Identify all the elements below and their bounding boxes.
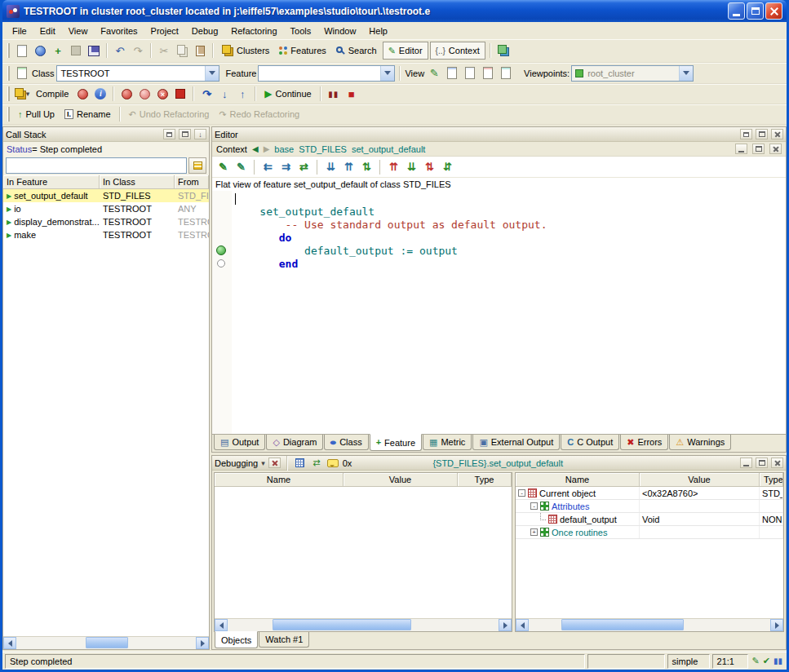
tab-errors[interactable]: ✖Errors (620, 435, 668, 450)
clusters-button[interactable]: Clusters (218, 42, 273, 60)
class-combobox[interactable]: TESTROOT (56, 65, 219, 82)
menu-item-edit[interactable]: Edit (33, 24, 62, 38)
menu-item-file[interactable]: File (6, 24, 33, 38)
call-stack-hscrollbar[interactable] (3, 636, 209, 649)
stack-depth-button[interactable] (188, 157, 206, 174)
pull-up-button[interactable]: ↑Pull Up (14, 105, 59, 123)
object-grid-button[interactable] (294, 457, 307, 470)
ancestors-icon[interactable]: ⇈ (386, 159, 401, 175)
run-ignoring-breakpoints-button[interactable] (136, 86, 153, 102)
viewpoints-combobox-dropdown[interactable] (679, 66, 693, 81)
breadcrumb-cluster[interactable]: base (274, 144, 294, 154)
add-class-button[interactable]: + (50, 42, 66, 59)
object-tree-row[interactable]: -Current object <0x32A8760> STD_FILES (516, 487, 783, 500)
redo-refactoring-button[interactable]: ↷Redo Refactoring (215, 105, 304, 123)
breadcrumb-class[interactable]: STD_FILES (299, 144, 347, 154)
toolbar-grip[interactable] (7, 86, 10, 101)
column-header-type[interactable]: Type (458, 473, 512, 487)
run-button[interactable] (118, 86, 135, 102)
object-tree-row[interactable]: default_output Void NONE (516, 513, 783, 526)
code-editor[interactable]: set_output_default -- Use standard outpu… (232, 191, 786, 434)
objects-grid-hscrollbar[interactable] (516, 618, 783, 631)
collapse-icon[interactable]: - (518, 489, 525, 497)
object-tree-row[interactable]: -Attributes (516, 500, 783, 513)
class-combobox-dropdown[interactable] (205, 66, 219, 81)
titlebar[interactable]: TESTROOT in cluster root_cluster located… (2, 0, 787, 22)
toolbar-grip[interactable] (7, 43, 10, 58)
view-interface-button[interactable] (498, 65, 514, 82)
debugging-menu-dropdown[interactable]: ▾ (261, 459, 265, 467)
execution-marker-icon[interactable] (216, 245, 226, 255)
toolbar-grip[interactable] (7, 107, 10, 122)
viewpoints-combobox[interactable]: root_cluster (571, 65, 694, 82)
menu-item-window[interactable]: Window (317, 24, 362, 38)
save-all-button[interactable] (86, 42, 102, 59)
object-tree-row[interactable]: +Once routines (516, 526, 783, 539)
rename-button[interactable]: I.Rename (60, 105, 115, 123)
features-button[interactable]: Features (275, 42, 330, 60)
watch-grid-body[interactable] (215, 487, 512, 618)
assigners-icon[interactable]: ⇉ (278, 159, 294, 175)
tab-external-output[interactable]: ▣External Output (472, 435, 560, 450)
column-header-value[interactable]: Value (640, 473, 760, 487)
step-out-button[interactable]: ↑ (234, 86, 250, 102)
minimize-pane-button[interactable] (735, 144, 747, 154)
scroll-track[interactable] (228, 619, 499, 631)
tab-feature[interactable]: +Feature (370, 434, 422, 451)
column-header-name[interactable]: Name (516, 473, 640, 487)
menu-item-help[interactable]: Help (362, 24, 394, 38)
history-back-button[interactable]: ◀ (252, 144, 259, 153)
dock-pane-button[interactable]: ↓ (194, 129, 206, 139)
call-stack-row[interactable]: ▶make TESTROOT TESTROOT (3, 228, 209, 241)
debugging-header[interactable]: Debugging ▾ ⇄ 0x {STD_FILES}.set_output_… (212, 456, 786, 471)
edit-class-icon[interactable]: ✎ (233, 159, 249, 175)
close-debug-toolbar-button[interactable] (268, 458, 281, 468)
stop-application-button[interactable]: × (154, 86, 171, 102)
paste-button[interactable] (192, 42, 208, 59)
collapse-icon[interactable]: - (530, 502, 538, 510)
feature-combobox-dropdown[interactable] (380, 66, 394, 81)
call-stack-row[interactable]: ▶io TESTROOT ANY (3, 202, 209, 215)
scroll-left-button[interactable] (516, 619, 529, 631)
column-header-in-feature[interactable]: In Feature (3, 175, 100, 189)
step-over-button[interactable]: ↷ (198, 86, 215, 102)
new-window-button[interactable] (14, 42, 30, 59)
creations-icon[interactable]: ⇅ (359, 159, 375, 175)
compile-menu-button[interactable]: ▾ (14, 86, 30, 102)
tab-c-output[interactable]: CC Output (561, 435, 619, 450)
tab-objects[interactable]: Objects (215, 631, 258, 648)
status-panels-icon[interactable]: ▮▮ (773, 657, 782, 665)
menu-item-favorites[interactable]: Favorites (94, 24, 144, 38)
call-stack-row[interactable]: ▶display_demonstrat... TESTROOT TESTROOT (3, 215, 209, 228)
stop-button[interactable]: ■ (344, 86, 360, 102)
callees-icon[interactable]: ⇊ (323, 159, 339, 175)
float-pane-button[interactable] (163, 129, 175, 139)
call-stack-filter-input[interactable] (6, 157, 187, 174)
column-header-value[interactable]: Value (344, 473, 458, 487)
exchange-button[interactable]: ⇄ (310, 457, 323, 470)
scroll-thumb[interactable] (273, 619, 411, 630)
open-new-window-button[interactable] (495, 42, 512, 59)
tab-diagram[interactable]: ◇Diagram (266, 435, 323, 450)
scroll-thumb[interactable] (561, 619, 684, 630)
status-edit-icon[interactable]: ✎ (752, 656, 760, 666)
breakpoints-button[interactable] (172, 86, 188, 102)
menu-item-refactoring[interactable]: Refactoring (224, 24, 283, 38)
view-clickable-button[interactable] (444, 65, 460, 82)
breakpoint-gutter[interactable] (212, 191, 232, 434)
breadcrumb-feature[interactable]: set_output_default (352, 144, 426, 154)
redo-button[interactable]: ↷ (130, 42, 146, 59)
menu-item-tools[interactable]: Tools (284, 24, 318, 38)
menu-item-project[interactable]: Project (144, 24, 185, 38)
assignees-icon[interactable]: ⇈ (341, 159, 357, 175)
call-stack-header[interactable]: Call Stack ↓ (3, 127, 209, 142)
continue-button[interactable]: ▶Continue (260, 85, 315, 103)
scroll-track[interactable] (16, 637, 196, 649)
tab-output[interactable]: ▤Output (214, 435, 265, 450)
column-header-name[interactable]: Name (215, 473, 344, 487)
column-header-from[interactable]: From (175, 175, 209, 189)
pause-button[interactable]: ▮▮ (326, 86, 342, 102)
close-button[interactable] (765, 2, 782, 20)
view-flat-button[interactable] (462, 65, 478, 82)
scroll-thumb[interactable] (86, 637, 128, 648)
